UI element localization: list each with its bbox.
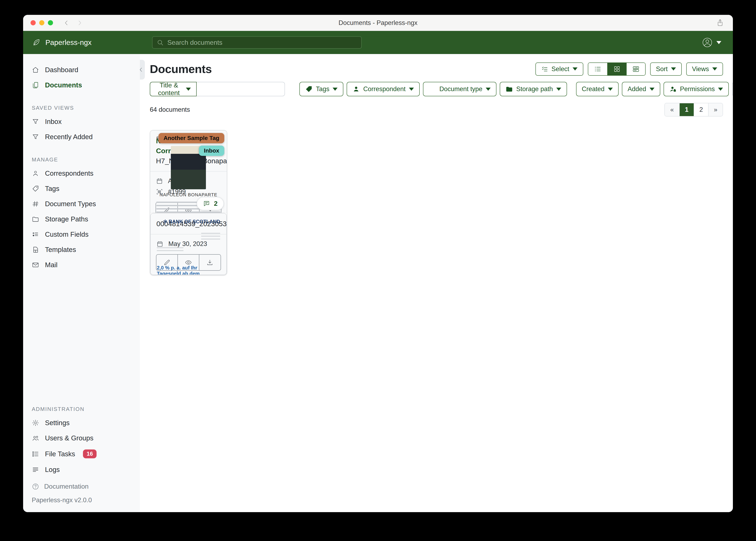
document-card: Francja pod rNAPOLEON BONAPARTEAnother S… xyxy=(150,130,227,275)
sidebar-item-label: Dashboard xyxy=(45,66,78,74)
document-count: 64 documents xyxy=(150,106,190,113)
leaf-icon xyxy=(32,38,41,47)
view-grid-toggle[interactable] xyxy=(607,63,626,75)
tasks-icon xyxy=(32,450,39,458)
main-content: Documents Select Sort View xyxy=(140,54,733,512)
question-icon xyxy=(32,483,39,490)
sidebar-item-label: Inbox xyxy=(45,118,62,126)
tag-icon xyxy=(32,185,39,192)
filter-storage-path-button[interactable]: Storage path xyxy=(500,82,567,96)
app-version: Paperless-ngx v2.0.0 xyxy=(32,494,131,504)
user-menu[interactable] xyxy=(702,37,721,48)
sidebar-item-inbox[interactable]: Inbox xyxy=(23,114,140,129)
fields-icon xyxy=(32,231,39,238)
comment-count-badge[interactable]: 2 xyxy=(197,197,224,210)
share-icon[interactable] xyxy=(716,19,724,27)
sidebar-item-tags[interactable]: Tags xyxy=(23,181,140,196)
gear-icon xyxy=(32,419,39,427)
collapse-icon xyxy=(140,66,143,73)
sidebar-item-custom-fields[interactable]: Custom Fields xyxy=(23,227,140,242)
pagination-page-2[interactable]: 2 xyxy=(694,103,708,116)
filter-created-button[interactable]: Created xyxy=(576,82,619,96)
sidebar-item-label: Mail xyxy=(45,261,58,269)
view-detail-toggle[interactable] xyxy=(626,63,645,75)
filter-field-selector[interactable]: Title & content xyxy=(150,82,197,96)
sidebar-item-logs[interactable]: Logs xyxy=(23,462,140,477)
macos-titlebar: Documents - Paperless-ngx xyxy=(23,15,733,31)
pagination-next[interactable]: » xyxy=(708,103,723,116)
documentation-link[interactable]: Documentation xyxy=(32,479,131,494)
global-search[interactable] xyxy=(152,36,362,49)
brand-name: Paperless-ngx xyxy=(45,38,92,47)
funnel-icon xyxy=(32,118,39,125)
funnel-icon xyxy=(32,133,39,141)
filter-permissions-button[interactable]: Permissions xyxy=(664,82,729,96)
select-icon xyxy=(541,66,548,73)
sidebar-item-label: Templates xyxy=(45,246,76,254)
avatar-icon xyxy=(702,37,713,48)
sidebar-item-storage-paths[interactable]: Storage Paths xyxy=(23,212,140,227)
search-input[interactable] xyxy=(167,39,357,47)
sidebar-item-file-tasks[interactable]: File Tasks16 xyxy=(23,446,140,462)
sidebar-item-mail[interactable]: Mail xyxy=(23,257,140,272)
files-icon xyxy=(32,81,39,89)
tag-chip[interactable]: Another Sample Tag xyxy=(158,133,224,143)
sidebar-item-recently-added[interactable]: Recently Added xyxy=(23,129,140,145)
sidebar-item-documents[interactable]: Documents xyxy=(23,78,140,93)
brand[interactable]: Paperless-ngx xyxy=(32,38,92,47)
leaf-logo-icon xyxy=(32,38,41,47)
pagination-prev[interactable]: « xyxy=(665,103,679,116)
sidebar-item-templates[interactable]: Templates xyxy=(23,242,140,257)
document-preview[interactable]: Francja pod rNAPOLEON BONAPARTEAnother S… xyxy=(150,131,227,213)
view-list-toggle[interactable] xyxy=(588,63,607,75)
hash-icon xyxy=(32,200,39,208)
folder-icon xyxy=(506,85,513,93)
sort-button[interactable]: Sort xyxy=(650,63,682,76)
sidebar-collapse-button[interactable] xyxy=(140,60,145,80)
views-button[interactable]: Views xyxy=(686,63,723,76)
sidebar-item-label: Users & Groups xyxy=(45,434,93,442)
file-tasks-badge: 16 xyxy=(83,449,97,458)
people-icon xyxy=(32,434,39,442)
window-title: Documents - Paperless-ngx xyxy=(23,19,733,27)
document-preview[interactable]: ✻ BANK OF SCOTLAND2,0 % p. a. auf Ihr Ta… xyxy=(151,214,226,275)
filter-correspondent-button[interactable]: Correspondent xyxy=(347,82,419,96)
filter-row: Title & content TagsCorrespondentundefin… xyxy=(150,82,723,96)
search-icon xyxy=(157,39,164,46)
viewlist-icon xyxy=(594,65,601,73)
sidebar-item-users-groups[interactable]: Users & Groups xyxy=(23,430,140,446)
filter-text-input[interactable] xyxy=(197,82,285,96)
mail-icon xyxy=(32,261,39,269)
select-list-icon xyxy=(541,65,548,73)
chat-icon xyxy=(203,200,210,208)
tag-icon xyxy=(305,85,313,93)
select-button[interactable]: Select xyxy=(535,63,583,76)
sidebar-item-label: File Tasks xyxy=(45,450,75,458)
sidebar-item-settings[interactable]: Settings xyxy=(23,415,140,430)
sidebar-item-correspondents[interactable]: Correspondents xyxy=(23,166,140,181)
sidebar-item-label: Tags xyxy=(45,185,59,193)
filter-added-button[interactable]: Added xyxy=(622,82,660,96)
file-icon: undefined xyxy=(429,85,436,93)
filter-tags-button[interactable]: Tags xyxy=(299,82,343,96)
pagination-page-1[interactable]: 1 xyxy=(679,103,694,116)
document-grid: Francja pod rNAPOLEON BONAPARTEAnother S… xyxy=(150,130,723,512)
sidebar-section-heading: SAVED VIEWS xyxy=(23,102,140,114)
pagination: «12» xyxy=(664,103,723,117)
tag-chip[interactable]: Inbox xyxy=(199,146,224,156)
sidebar-item-label: Logs xyxy=(45,466,60,474)
viewrows-icon xyxy=(632,65,640,73)
sidebar: DashboardDocumentsSAVED VIEWSInboxRecent… xyxy=(23,54,140,512)
folder-icon xyxy=(32,216,39,223)
reset-filters-button[interactable]: Reset filters xyxy=(732,82,733,96)
logs-icon xyxy=(32,466,39,473)
filter-document-type-button[interactable]: undefinedDocument type xyxy=(423,82,497,96)
house-icon xyxy=(32,66,39,74)
sidebar-section-heading: MANAGE xyxy=(23,154,140,166)
sidebar-item-label: Custom Fields xyxy=(45,231,89,238)
sidebar-item-label: Documents xyxy=(45,81,82,89)
sidebar-item-document-types[interactable]: Document Types xyxy=(23,196,140,212)
sidebar-item-dashboard[interactable]: Dashboard xyxy=(23,62,140,78)
avatar-icon xyxy=(702,37,713,48)
chevron-down-icon xyxy=(716,41,721,44)
